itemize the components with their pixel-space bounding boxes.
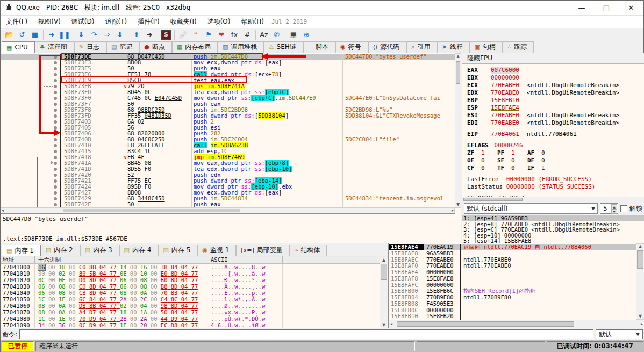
breakpoint-gutter[interactable]: [1, 107, 61, 113]
breakpoint-gutter[interactable]: [1, 119, 61, 125]
eflags-row[interactable]: EFLAGS 00000246: [467, 142, 644, 149]
dump-byte[interactable]: 04: [99, 322, 106, 328]
dump-byte[interactable]: 00: [48, 264, 55, 270]
spin-up-icon[interactable]: ▲: [611, 204, 617, 209]
register-row[interactable]: EIP770B4061ntdll.770B4061: [467, 131, 644, 138]
dump-byte[interactable]: 06: [120, 277, 127, 283]
dump-byte[interactable]: 2A: [140, 315, 147, 322]
globe-icon[interactable]: ⊕: [300, 29, 313, 41]
breakpoint-gutter[interactable]: [1, 142, 61, 148]
dump-byte[interactable]: 00: [48, 309, 55, 315]
open-file-icon[interactable]: 📂: [3, 29, 16, 41]
menu-item-d[interactable]: 调试(D): [66, 16, 100, 28]
dump-byte[interactable]: D7: [89, 309, 96, 315]
dump-byte[interactable]: D9: [89, 315, 96, 322]
argument-row[interactable]: 5: [esp+14] 15E8FAE8: [462, 238, 644, 243]
dump-byte[interactable]: 04: [181, 303, 188, 309]
dump-byte[interactable]: 2A: [120, 296, 127, 303]
dump-byte[interactable]: 00: [130, 283, 137, 290]
breakpoint-dot-icon[interactable]: [54, 61, 57, 64]
dump-byte[interactable]: 18: [59, 264, 66, 270]
dump-byte[interactable]: 98: [161, 303, 168, 309]
dump-byte[interactable]: 00: [130, 290, 137, 296]
dump-byte[interactable]: 77: [191, 264, 198, 270]
dump-tab-内存-1[interactable]: ▤内存 1: [2, 245, 41, 256]
dump-byte[interactable]: 04: [181, 290, 188, 296]
dump-byte[interactable]: 04: [140, 303, 147, 309]
dump-row[interactable]: 7704103006 00 08 00 C0 8D 04 77 06 00 08…: [1, 283, 380, 290]
dump-byte[interactable]: 00: [130, 309, 137, 315]
dump-byte[interactable]: 08: [38, 303, 45, 309]
dump-byte[interactable]: 00: [69, 309, 76, 315]
breakpoint-dot-icon[interactable]: [54, 156, 57, 159]
dump-byte[interactable]: 04: [181, 270, 188, 277]
dump-byte[interactable]: 00: [69, 315, 76, 322]
breakpoint-dot-icon[interactable]: [54, 179, 57, 183]
minimize-button[interactable]: —: [569, 1, 594, 15]
dump-row[interactable]: 770410501C 00 1E 00 6C 84 04 77 2A 00 2C…: [1, 296, 380, 303]
dump-row[interactable]: 7704104006 00 08 00 C8 8D 04 77 08 00 0A…: [1, 290, 380, 296]
dump-byte[interactable]: 20: [140, 322, 147, 328]
breakpoint-dot-icon[interactable]: [54, 162, 57, 165]
dump-byte[interactable]: 06: [120, 283, 127, 290]
dump-byte[interactable]: 77: [191, 303, 198, 309]
dump-byte[interactable]: 08: [140, 277, 147, 283]
step-down-icon[interactable]: ⬇: [113, 29, 126, 41]
dump-byte[interactable]: 2C: [140, 296, 147, 303]
dump-byte[interactable]: 00: [151, 296, 158, 303]
dump-byte[interactable]: 44: [161, 315, 168, 322]
register-row[interactable]: EAX007C6000: [467, 67, 644, 74]
dump-byte[interactable]: 04: [181, 283, 188, 290]
spin-down-icon[interactable]: ▼: [611, 209, 617, 214]
dump-tab-内存-3[interactable]: ▤内存 3: [80, 245, 119, 256]
dump-byte[interactable]: 04: [181, 322, 188, 328]
dump-byte[interactable]: 00: [69, 296, 76, 303]
dump-tab-内存-5[interactable]: ▤内存 5: [158, 245, 197, 256]
dump-byte[interactable]: 00: [151, 315, 158, 322]
tab-句柄[interactable]: ▣句柄: [470, 41, 503, 53]
breakpoint-gutter[interactable]: [1, 184, 61, 190]
tab-线程[interactable]: ➤线程: [437, 41, 469, 53]
dump-byte[interactable]: 10: [140, 270, 147, 277]
dump-byte[interactable]: 04: [99, 296, 106, 303]
dump-byte[interactable]: D0: [79, 277, 86, 283]
scroll-up-arrow[interactable]: ▲: [636, 244, 644, 249]
dump-byte[interactable]: 00: [130, 322, 137, 328]
step-into-icon[interactable]: ⬇: [75, 29, 88, 41]
dump-byte[interactable]: 1C: [38, 296, 45, 303]
dump-byte[interactable]: 6C: [79, 296, 86, 303]
scroll-left-arrow[interactable]: ◂: [2, 208, 4, 213]
dump-byte[interactable]: 8D: [89, 290, 96, 296]
dump-byte[interactable]: 00: [48, 290, 55, 296]
dump-byte[interactable]: 77: [191, 270, 198, 277]
dump-byte[interactable]: 77: [191, 290, 198, 296]
dump-byte[interactable]: 04: [181, 315, 188, 322]
tab-跟踪[interactable]: ∴跟踪: [503, 41, 534, 53]
dump-row[interactable]: 7704109034 00 36 00 0C D9 04 77 1E 00 20…: [1, 322, 380, 328]
scroll-down-arrow[interactable]: ▼: [455, 202, 461, 207]
dump-byte[interactable]: 04: [99, 290, 106, 296]
disasm-vscrollbar[interactable]: ▲ ▼: [455, 53, 461, 208]
breakpoint-gutter[interactable]: [1, 66, 61, 71]
register-value[interactable]: 15E8FAE4: [491, 104, 519, 111]
dump-tab-内存-2[interactable]: ▤内存 2: [41, 245, 80, 256]
dump-byte[interactable]: 77: [110, 290, 117, 296]
flag-value[interactable]: 0: [541, 149, 557, 157]
dump-byte[interactable]: EC: [161, 322, 168, 328]
flag-value[interactable]: 1: [541, 164, 557, 172]
register-value[interactable]: 770EABE0: [491, 112, 519, 119]
dump-byte[interactable]: 04: [181, 277, 188, 283]
dump-byte[interactable]: 00: [69, 283, 76, 290]
dump-byte[interactable]: 00: [130, 296, 137, 303]
step-over-icon[interactable]: ↷: [88, 29, 101, 41]
patch-icon[interactable]: 🩹: [176, 29, 189, 41]
register-row[interactable]: ESP15E8FAE4: [467, 104, 644, 112]
tab-seh链[interactable]: ⚠SEH链: [264, 41, 303, 53]
breakpoint-dot-icon[interactable]: [54, 191, 57, 195]
scroll-left-arrow[interactable]: ◂: [390, 321, 392, 327]
dump-byte[interactable]: 02: [120, 303, 127, 309]
dump-byte[interactable]: 84: [171, 309, 178, 315]
breakpoint-dot-icon[interactable]: [54, 67, 57, 70]
dump-byte[interactable]: C0: [79, 283, 86, 290]
dump-row[interactable]: 7704100016 00 18 00 C0 8B 04 77 14 00 16…: [1, 264, 380, 270]
